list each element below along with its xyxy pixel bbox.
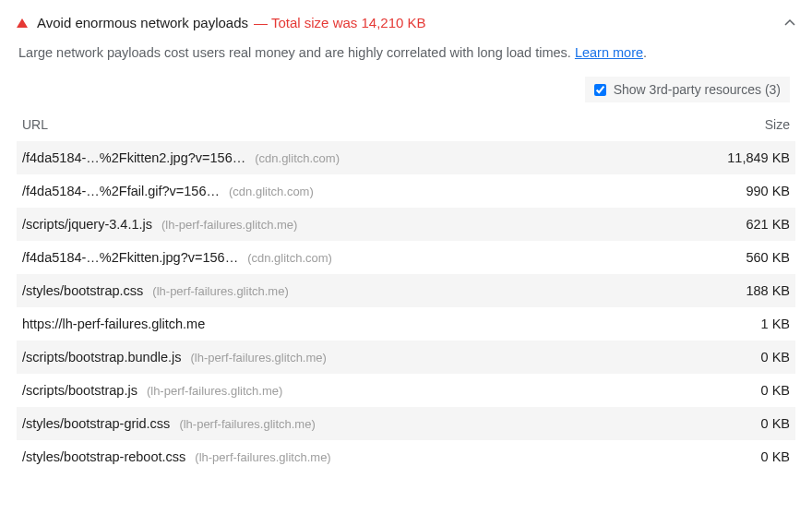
row-host: (cdn.glitch.com) <box>247 251 332 265</box>
row-path: /scripts/bootstrap.js <box>22 383 137 398</box>
table-row: /scripts/jquery-3.4.1.js(lh-perf-failure… <box>17 208 795 241</box>
table-row: /f4da5184-…%2Fkitten.jpg?v=156…(cdn.glit… <box>17 241 795 274</box>
row-url: /scripts/bootstrap.bundle.js(lh-perf-fai… <box>22 350 688 365</box>
row-size: 0 KB <box>688 449 790 464</box>
third-party-toggle[interactable]: Show 3rd-party resources (3) <box>585 77 790 102</box>
table-row: /scripts/bootstrap.js(lh-perf-failures.g… <box>17 374 795 407</box>
row-size: 621 KB <box>688 217 790 232</box>
row-path: /scripts/jquery-3.4.1.js <box>22 217 152 232</box>
row-url: /scripts/bootstrap.js(lh-perf-failures.g… <box>22 383 688 398</box>
row-size: 0 KB <box>688 350 790 365</box>
description-text: Large network payloads cost users real m… <box>18 45 575 60</box>
row-path: /styles/bootstrap-reboot.css <box>22 449 185 464</box>
learn-more-link[interactable]: Learn more <box>575 45 643 60</box>
table-row: /f4da5184-…%2Fkitten2.jpg?v=156…(cdn.gli… <box>17 141 795 174</box>
table-row: /styles/bootstrap-reboot.css(lh-perf-fai… <box>17 440 795 473</box>
row-host: (lh-perf-failures.glitch.me) <box>179 417 315 431</box>
row-size: 990 KB <box>688 184 790 198</box>
audit-summary: — Total size was 14,210 KB <box>254 15 426 30</box>
table-row: /styles/bootstrap-grid.css(lh-perf-failu… <box>17 407 795 440</box>
row-url: /styles/bootstrap-reboot.css(lh-perf-fai… <box>22 449 688 464</box>
column-header-url: URL <box>22 117 688 132</box>
row-path: /f4da5184-…%2Fkitten.jpg?v=156… <box>22 250 238 265</box>
row-url: /f4da5184-…%2Ffail.gif?v=156…(cdn.glitch… <box>22 184 688 198</box>
row-path: /f4da5184-…%2Ffail.gif?v=156… <box>22 184 220 198</box>
third-party-checkbox[interactable] <box>594 84 606 96</box>
table-header: URL Size <box>17 110 795 141</box>
row-size: 0 KB <box>688 416 790 431</box>
row-host: (lh-perf-failures.glitch.me) <box>195 450 330 464</box>
summary-prefix: — <box>254 15 271 30</box>
description-suffix: . <box>643 45 647 60</box>
row-url: /f4da5184-…%2Fkitten.jpg?v=156…(cdn.glit… <box>22 250 688 265</box>
audit-description: Large network payloads cost users real m… <box>17 43 795 73</box>
row-host: (lh-perf-failures.glitch.me) <box>147 384 282 398</box>
summary-text: Total size was 14,210 KB <box>271 15 426 30</box>
row-url: https://lh-perf-failures.glitch.me <box>22 317 688 331</box>
row-host: (lh-perf-failures.glitch.me) <box>152 284 288 298</box>
row-url: /f4da5184-…%2Fkitten2.jpg?v=156…(cdn.gli… <box>22 150 688 165</box>
row-host: (cdn.glitch.com) <box>255 151 340 165</box>
row-path: https://lh-perf-failures.glitch.me <box>22 317 205 331</box>
table-body: /f4da5184-…%2Fkitten2.jpg?v=156…(cdn.gli… <box>17 141 795 473</box>
row-path: /scripts/bootstrap.bundle.js <box>22 350 181 365</box>
chevron-up-icon <box>784 18 795 29</box>
row-size: 1 KB <box>688 317 790 331</box>
row-path: /styles/bootstrap-grid.css <box>22 416 170 431</box>
row-host: (lh-perf-failures.glitch.me) <box>161 218 297 232</box>
table-row: /styles/bootstrap.css(lh-perf-failures.g… <box>17 274 795 307</box>
table-row: https://lh-perf-failures.glitch.me1 KB <box>17 307 795 341</box>
table-row: /scripts/bootstrap.bundle.js(lh-perf-fai… <box>17 341 795 374</box>
row-url: /scripts/jquery-3.4.1.js(lh-perf-failure… <box>22 217 688 232</box>
row-size: 0 KB <box>688 383 790 398</box>
audit-header[interactable]: Avoid enormous network payloads — Total … <box>17 11 795 43</box>
row-path: /styles/bootstrap.css <box>22 283 143 298</box>
table-row: /f4da5184-…%2Ffail.gif?v=156…(cdn.glitch… <box>17 174 795 208</box>
row-host: (cdn.glitch.com) <box>229 185 314 198</box>
third-party-toggle-label: Show 3rd-party resources (3) <box>614 82 781 97</box>
row-size: 188 KB <box>688 283 790 298</box>
column-header-size: Size <box>688 117 790 132</box>
warning-icon <box>17 18 28 28</box>
row-size: 11,849 KB <box>688 150 790 165</box>
audit-title: Avoid enormous network payloads <box>37 15 248 30</box>
row-url: /styles/bootstrap-grid.css(lh-perf-failu… <box>22 416 688 431</box>
row-host: (lh-perf-failures.glitch.me) <box>190 351 326 365</box>
row-url: /styles/bootstrap.css(lh-perf-failures.g… <box>22 283 688 298</box>
third-party-toggle-row: Show 3rd-party resources (3) <box>17 73 795 110</box>
row-path: /f4da5184-…%2Fkitten2.jpg?v=156… <box>22 150 245 165</box>
row-size: 560 KB <box>688 250 790 265</box>
